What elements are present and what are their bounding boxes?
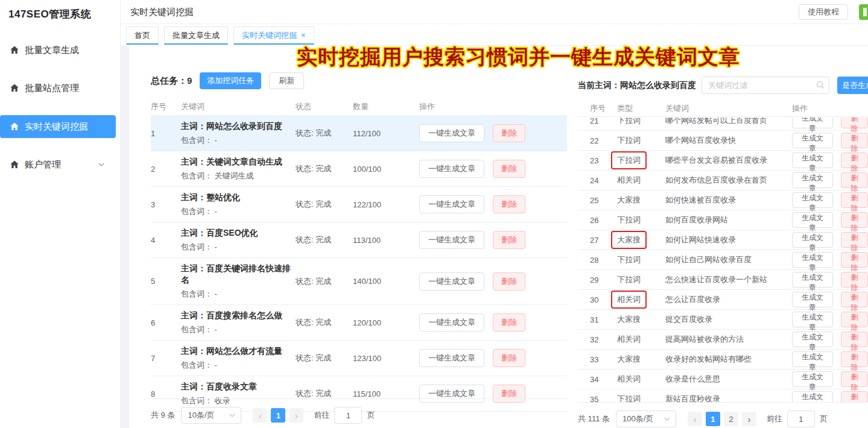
topbar-green-button[interactable] [859,4,868,20]
close-icon[interactable]: × [301,31,306,39]
row-type-cell: 大家搜 [617,354,665,365]
generate-article-button[interactable]: 生成文章 [792,391,833,402]
delete-button[interactable]: 删除 [841,192,868,208]
delete-button[interactable]: 删除 [841,232,868,248]
main-keyword: 主词：网站怎么做才有流量 [181,341,292,357]
generate-article-button[interactable]: 一键生成文章 [419,160,484,178]
refresh-button[interactable]: 刷新 [269,72,304,89]
delete-button[interactable]: 删除 [493,349,525,367]
goto-page-input[interactable] [334,407,362,424]
delete-button[interactable]: 删除 [841,371,868,387]
row-keyword-cell: 主词：百度关键词排名快速排名 包含词： - [181,258,296,304]
sidebar-item-realtime-keyword[interactable]: 实时关键词挖掘 [0,115,116,138]
keyword-filter-input[interactable] [702,77,829,94]
delete-button[interactable]: 删除 [493,160,525,178]
row-index: 24 [590,176,617,185]
delete-button[interactable]: 删除 [841,351,868,367]
page-size-select[interactable]: 10条/页 [181,407,241,424]
row-actions: 一键生成文章 删除 [419,124,567,142]
delete-button[interactable]: 删除 [841,172,868,188]
sidebar-item-account[interactable]: 账户管理 [0,153,116,176]
row-actions: 一键生成文章 删除 [419,231,567,249]
prev-page-button[interactable]: ‹ [253,408,267,423]
generate-article-button[interactable]: 生成文章 [792,212,833,228]
page-size-select[interactable]: 100条/页 [616,411,676,427]
generate-article-button[interactable]: 一键生成文章 [419,124,484,142]
row-count: 122/100 [353,200,419,209]
row-actions: 生成文章 删除 [792,371,868,387]
generate-article-button[interactable]: 生成文章 [792,272,833,288]
tab-home[interactable]: 首页 [126,27,159,45]
keyword-type: 下拉词 [617,135,641,146]
delete-button[interactable]: 删除 [493,195,525,213]
row-status: 状态: 完成 [296,199,353,210]
generate-article-button[interactable]: 生成文章 [792,312,833,327]
sidebar-item-batch-article[interactable]: 批量文章生成 [0,39,116,61]
delete-button[interactable]: 删除 [841,118,868,128]
delete-button[interactable]: 删除 [841,133,868,148]
task-row: 4 主词：百度SEO优化 包含词： - 状态: 完成 113/100 一键生成文… [151,222,567,258]
row-actions: 一键生成文章 删除 [419,160,567,178]
tutorial-button[interactable]: 使用教程 [799,4,848,20]
generate-article-button[interactable]: 生成文章 [792,192,833,208]
sidebar-item-batch-site[interactable]: 批量站点管理 [0,77,116,99]
delete-button[interactable]: 删除 [841,252,868,268]
add-task-button[interactable]: 添加挖词任务 [200,72,261,89]
generate-all-button[interactable]: 是否生成 [837,77,868,94]
task-panel: 总任务：9 添加挖词任务 刷新 序号 关键词 状态 数量 操作 1 主词：网站怎… [137,62,567,424]
total-value: 9 [187,75,192,86]
generate-article-button[interactable]: 生成文章 [792,252,833,268]
delete-button[interactable]: 删除 [841,292,868,307]
generate-article-button[interactable]: 生成文章 [792,133,833,148]
delete-button[interactable]: 删除 [841,391,868,402]
page-button-1[interactable]: 1 [706,412,720,426]
next-page-button[interactable]: › [289,408,303,423]
generate-article-button[interactable]: 一键生成文章 [419,272,484,291]
delete-button[interactable]: 删除 [841,332,868,347]
tab-batch-article[interactable]: 批量文章生成 [164,27,228,45]
prev-page-button[interactable]: ‹ [688,412,702,426]
row-actions: 一键生成文章 删除 [419,195,567,213]
generate-article-button[interactable]: 生成文章 [792,153,833,168]
include-keyword: 包含词： - [181,286,292,304]
delete-button[interactable]: 删除 [841,153,868,168]
keyword-text: 如何百度收录网站 [665,215,792,225]
keyword-row: 31 大家搜 提交百度收录 生成文章 删除 [578,310,868,330]
row-count: 120/100 [353,318,419,327]
row-type-cell: 下拉词 [617,118,665,126]
row-status: 状态: 完成 [296,276,353,287]
delete-button[interactable]: 删除 [841,312,868,327]
generate-article-button[interactable]: 生成文章 [792,118,833,128]
next-page-button[interactable]: › [742,412,756,426]
row-index: 25 [590,196,617,205]
generate-article-button[interactable]: 生成文章 [792,292,833,307]
content-gutter [121,46,129,428]
keyword-table-header: 序号 类型 关键词 操作 [578,101,868,117]
generate-article-button[interactable]: 一键生成文章 [419,313,484,332]
include-keyword: 包含词： - [181,357,292,376]
delete-button[interactable]: 删除 [841,272,868,288]
keyword-text: 提交百度收录 [665,314,792,325]
generate-article-button[interactable]: 生成文章 [792,232,833,248]
tab-realtime-keyword[interactable]: 实时关键词挖掘 × [233,27,314,45]
delete-button[interactable]: 删除 [493,272,525,291]
row-index: 33 [590,355,617,364]
delete-button[interactable]: 删除 [841,212,868,228]
goto-page-input[interactable] [787,411,815,427]
delete-button[interactable]: 删除 [493,313,525,332]
row-actions: 生成文章 删除 [792,272,868,288]
generate-article-button[interactable]: 一键生成文章 [419,195,484,213]
page-button-2[interactable]: 2 [724,412,738,426]
content-area: 实时挖掘用户搜索习惯词并一键生成关键词文章 总任务：9 添加挖词任务 刷新 序号… [121,46,868,428]
generate-article-button[interactable]: 生成文章 [792,172,833,188]
delete-button[interactable]: 删除 [493,124,525,142]
generate-article-button[interactable]: 生成文章 [792,351,833,367]
generate-article-button[interactable]: 一键生成文章 [419,349,484,367]
generate-article-button[interactable]: 一键生成文章 [419,231,484,249]
page-button-1[interactable]: 1 [271,408,285,423]
generate-article-button[interactable]: 生成文章 [792,332,833,347]
tab-label: 批量文章生成 [173,30,220,41]
row-type-cell: 大家搜 [617,231,665,249]
generate-article-button[interactable]: 生成文章 [792,371,833,387]
delete-button[interactable]: 删除 [493,231,525,249]
